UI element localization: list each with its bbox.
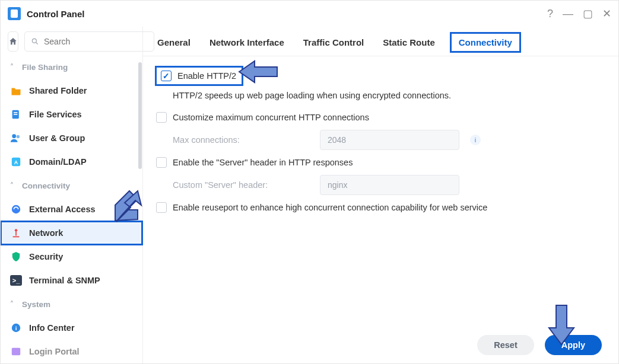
close-icon[interactable]: ✕ <box>602 8 611 19</box>
reuseport-label: Enable reuseport to enhance high concurr… <box>173 203 487 212</box>
sidebar-item-label: Shared Folder <box>29 86 87 95</box>
sidebar-item-label: File Services <box>29 110 82 119</box>
svg-text:A: A <box>14 159 18 165</box>
server-header-label: Enable the "Server" header in HTTP respo… <box>173 158 353 167</box>
tab-static-route[interactable]: Static Route <box>382 35 436 50</box>
http2-description: HTTP/2 speeds up web page loading when u… <box>156 88 605 108</box>
files-icon <box>10 108 22 120</box>
sidebar-item-label: User & Group <box>29 133 85 143</box>
sidebar-item-label: Info Center <box>29 323 75 333</box>
enable-http2-checkbox[interactable]: ✓ <box>161 71 172 81</box>
customize-max-checkbox[interactable] <box>156 112 167 123</box>
max-connections-input <box>320 130 459 150</box>
home-button[interactable] <box>8 31 18 52</box>
custom-server-input <box>320 175 459 195</box>
reset-button[interactable]: Reset <box>477 335 534 355</box>
scrollbar-thumb[interactable] <box>138 62 142 169</box>
portal-icon <box>10 346 22 357</box>
tab-network-interface[interactable]: Network Interface <box>208 35 285 50</box>
reuseport-row: Enable reuseport to enhance high concurr… <box>156 199 605 216</box>
titlebar: Control Panel ? — ▢ ✕ <box>1 1 618 27</box>
sidebar-item-user-group[interactable]: User & Group <box>1 126 142 150</box>
sidebar-scrollbar[interactable] <box>138 62 142 252</box>
customize-max-label: Customize maximum concurrent HTTP connec… <box>173 113 369 122</box>
search-icon <box>31 37 39 46</box>
minimize-icon[interactable]: — <box>563 8 573 19</box>
svg-line-1 <box>36 43 38 44</box>
external-access-icon <box>10 203 22 215</box>
custom-server-label: Custom "Server" header: <box>173 180 309 190</box>
reuseport-checkbox[interactable] <box>156 202 167 213</box>
main-panel: General Network Interface Traffic Contro… <box>143 27 618 363</box>
tab-general[interactable]: General <box>156 35 192 50</box>
shield-icon <box>10 251 22 263</box>
sidebar-item-security[interactable]: Security <box>1 245 142 269</box>
sidebar-item-network[interactable]: Network <box>1 221 142 245</box>
info-icon[interactable]: i <box>470 135 481 145</box>
tab-content: ✓ Enable HTTP/2 HTTP/2 speeds up web pag… <box>143 56 618 227</box>
tab-connectivity[interactable]: Connectivity <box>453 35 518 50</box>
chevron-up-icon: ˄ <box>10 300 14 308</box>
apply-button[interactable]: Apply <box>545 335 602 355</box>
app-icon <box>8 7 21 20</box>
window-title: Control Panel <box>27 9 85 19</box>
sidebar-item-shared-folder[interactable]: Shared Folder <box>1 79 142 103</box>
sidebar-item-label: Security <box>29 252 63 261</box>
folder-icon <box>10 85 22 97</box>
terminal-icon: >_ <box>10 274 22 286</box>
search-field[interactable] <box>44 37 148 46</box>
users-icon <box>10 132 22 144</box>
tabs: General Network Interface Traffic Contro… <box>143 27 618 56</box>
sidebar-item-label: Network <box>29 228 63 238</box>
sidebar-item-label: Login Portal <box>29 347 80 356</box>
sidebar: ˄ File Sharing Shared Folder File Servic… <box>1 27 143 363</box>
network-icon <box>10 227 22 239</box>
sidebar-item-label: Domain/LDAP <box>29 157 87 167</box>
svg-point-9 <box>12 205 20 213</box>
section-label: System <box>22 300 50 309</box>
svg-rect-10 <box>15 231 17 235</box>
section-label: Connectivity <box>22 181 70 190</box>
info-icon: i <box>10 322 22 334</box>
server-header-checkbox[interactable] <box>156 157 167 168</box>
sidebar-item-label: Terminal & SNMP <box>29 276 100 285</box>
home-icon <box>8 37 18 46</box>
svg-rect-4 <box>14 114 17 115</box>
footer-buttons: Reset Apply <box>477 335 602 355</box>
max-connections-label: Max connections: <box>173 135 309 145</box>
sidebar-item-terminal-snmp[interactable]: >_ Terminal & SNMP <box>1 269 142 292</box>
maximize-icon[interactable]: ▢ <box>583 8 593 19</box>
enable-http2-row: ✓ Enable HTTP/2 <box>156 67 242 85</box>
section-file-sharing: ˄ File Sharing <box>1 55 142 79</box>
section-system: ˄ System <box>1 292 142 316</box>
ldap-icon: A <box>10 156 22 168</box>
svg-rect-3 <box>14 112 17 113</box>
sidebar-item-login-portal[interactable]: Login Portal <box>1 340 142 363</box>
enable-http2-label: Enable HTTP/2 <box>177 71 236 81</box>
tab-traffic-control[interactable]: Traffic Control <box>302 35 366 50</box>
sidebar-item-domain-ldap[interactable]: A Domain/LDAP <box>1 150 142 174</box>
sidebar-item-info-center[interactable]: i Info Center <box>1 316 142 340</box>
customize-max-row: Customize maximum concurrent HTTP connec… <box>156 108 605 126</box>
sidebar-item-external-access[interactable]: External Access <box>1 197 142 221</box>
section-connectivity: ˄ Connectivity <box>1 174 142 197</box>
server-header-row: Enable the "Server" header in HTTP respo… <box>156 154 605 171</box>
chevron-up-icon: ˄ <box>10 181 14 190</box>
sidebar-item-file-services[interactable]: File Services <box>1 103 142 126</box>
search-input[interactable] <box>24 31 154 52</box>
section-label: File Sharing <box>22 63 68 72</box>
chevron-up-icon: ˄ <box>10 63 14 71</box>
help-icon[interactable]: ? <box>547 8 553 19</box>
svg-point-6 <box>17 135 20 138</box>
svg-point-0 <box>32 39 36 43</box>
sidebar-item-label: External Access <box>29 205 96 214</box>
svg-rect-13 <box>12 348 20 356</box>
svg-point-5 <box>12 134 16 138</box>
svg-text:i: i <box>15 325 17 331</box>
